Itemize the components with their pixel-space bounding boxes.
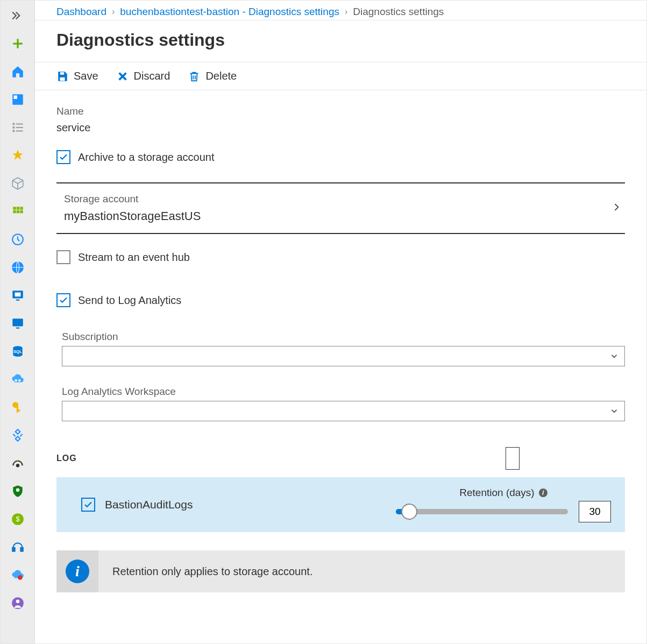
log-row-bastionauditlogs: BastionAuditLogs Retention (days) i bbox=[56, 477, 625, 532]
svg-rect-13 bbox=[20, 210, 23, 213]
archive-checkbox[interactable] bbox=[56, 150, 70, 164]
create-resource-icon[interactable] bbox=[7, 33, 29, 54]
send-log-analytics-checkbox[interactable] bbox=[56, 293, 70, 307]
svg-rect-1 bbox=[13, 95, 17, 99]
retention-input[interactable] bbox=[579, 501, 611, 522]
check-icon bbox=[59, 152, 68, 162]
monitor1-icon[interactable] bbox=[7, 285, 29, 306]
svg-point-4 bbox=[12, 126, 15, 129]
info-icon-cell: i bbox=[56, 550, 98, 592]
person-icon[interactable] bbox=[7, 592, 29, 614]
name-value: service bbox=[56, 122, 625, 134]
chevron-right-icon bbox=[611, 202, 622, 215]
check-icon bbox=[83, 500, 93, 509]
breadcrumb-dashboard[interactable]: Dashboard bbox=[56, 6, 106, 18]
send-la-label: Send to Log Analytics bbox=[78, 294, 181, 307]
shield-icon[interactable] bbox=[7, 480, 29, 502]
log-header-box bbox=[506, 447, 520, 470]
info-icon: i bbox=[66, 560, 89, 583]
law-dropdown[interactable] bbox=[62, 401, 625, 421]
cloud-settings-icon[interactable] bbox=[7, 369, 29, 390]
discard-button[interactable]: Discard bbox=[117, 70, 170, 82]
trash-icon bbox=[188, 70, 200, 82]
svg-point-28 bbox=[16, 464, 18, 466]
svg-rect-20 bbox=[16, 328, 19, 329]
svg-rect-26 bbox=[16, 406, 18, 413]
chevron-down-icon bbox=[609, 406, 619, 416]
clock-icon[interactable] bbox=[7, 229, 29, 250]
svg-point-34 bbox=[18, 575, 23, 580]
chevron-right-icon: › bbox=[345, 7, 347, 17]
key-icon[interactable] bbox=[7, 397, 29, 418]
save-label: Save bbox=[74, 70, 98, 82]
support-icon[interactable] bbox=[7, 536, 29, 558]
log-item-checkbox[interactable] bbox=[81, 498, 95, 512]
svg-rect-12 bbox=[16, 210, 19, 213]
subscription-label: Subscription bbox=[62, 331, 625, 343]
cost-icon[interactable]: $ bbox=[7, 508, 29, 530]
save-icon bbox=[56, 70, 68, 82]
svg-rect-17 bbox=[16, 300, 19, 301]
svg-text:$: $ bbox=[16, 515, 20, 523]
slider-thumb[interactable] bbox=[401, 504, 417, 520]
storage-account-picker[interactable]: Storage account myBastionStorageEastUS bbox=[56, 182, 625, 234]
svg-point-36 bbox=[16, 600, 19, 604]
svg-rect-5 bbox=[16, 127, 23, 128]
network-icon[interactable] bbox=[7, 424, 29, 446]
discard-label: Discard bbox=[134, 70, 170, 82]
sql-icon[interactable]: SQL bbox=[7, 341, 29, 362]
retention-label: Retention (days) bbox=[459, 487, 534, 499]
dashboard-icon[interactable] bbox=[7, 89, 29, 110]
svg-rect-19 bbox=[12, 319, 23, 326]
delete-button[interactable]: Delete bbox=[188, 70, 237, 82]
cube-icon[interactable] bbox=[7, 173, 29, 194]
close-icon bbox=[117, 70, 129, 82]
svg-point-23 bbox=[15, 379, 17, 381]
all-services-icon[interactable] bbox=[7, 117, 29, 138]
info-bar: i Retention only applies to storage acco… bbox=[56, 550, 625, 592]
apps-icon[interactable] bbox=[7, 201, 29, 222]
check-icon bbox=[59, 295, 68, 305]
svg-rect-8 bbox=[13, 207, 16, 209]
svg-point-29 bbox=[16, 489, 19, 492]
expand-rail-icon[interactable] bbox=[7, 5, 29, 26]
name-label: Name bbox=[56, 105, 625, 117]
info-icon[interactable]: i bbox=[539, 489, 548, 497]
storage-value: myBastionStorageEastUS bbox=[64, 209, 625, 223]
breadcrumb-resource[interactable]: buchenbastiontest-bastion - Diagnostics … bbox=[120, 6, 339, 18]
stream-label: Stream to an event hub bbox=[78, 251, 190, 264]
gauge-icon[interactable] bbox=[7, 452, 29, 474]
chevron-right-icon: › bbox=[112, 7, 115, 17]
toolbar: Save Discard Delete bbox=[35, 62, 646, 90]
svg-rect-9 bbox=[16, 207, 19, 209]
info-message: Retention only applies to storage accoun… bbox=[98, 565, 312, 578]
log-section-label: LOG bbox=[56, 454, 77, 463]
svg-point-6 bbox=[12, 130, 15, 132]
monitor2-icon[interactable] bbox=[7, 313, 29, 334]
svg-rect-10 bbox=[20, 207, 23, 209]
law-label: Log Analytics Workspace bbox=[62, 386, 625, 398]
breadcrumb: Dashboard › buchenbastiontest-bastion - … bbox=[35, 1, 646, 20]
cloud-badge-icon[interactable] bbox=[7, 564, 29, 586]
svg-rect-3 bbox=[16, 123, 23, 124]
left-nav-rail: SQL $ bbox=[1, 1, 35, 643]
home-icon[interactable] bbox=[7, 61, 29, 82]
svg-rect-18 bbox=[15, 293, 20, 297]
svg-point-2 bbox=[12, 123, 15, 125]
archive-label: Archive to a storage account bbox=[78, 151, 214, 164]
svg-rect-11 bbox=[13, 210, 16, 213]
delete-label: Delete bbox=[205, 70, 237, 82]
storage-label: Storage account bbox=[64, 193, 625, 205]
chevron-down-icon bbox=[609, 351, 619, 361]
retention-slider[interactable] bbox=[396, 509, 568, 514]
svg-rect-27 bbox=[16, 409, 20, 411]
globe-icon[interactable] bbox=[7, 257, 29, 278]
page-title: Diagnostics settings bbox=[35, 20, 646, 62]
svg-rect-33 bbox=[20, 548, 23, 551]
stream-checkbox[interactable] bbox=[56, 250, 70, 264]
subscription-dropdown[interactable] bbox=[62, 346, 625, 366]
svg-text:SQL: SQL bbox=[13, 349, 22, 354]
favorites-icon[interactable] bbox=[7, 145, 29, 166]
save-button[interactable]: Save bbox=[56, 70, 98, 82]
breadcrumb-current: Diagnostics settings bbox=[353, 6, 444, 18]
